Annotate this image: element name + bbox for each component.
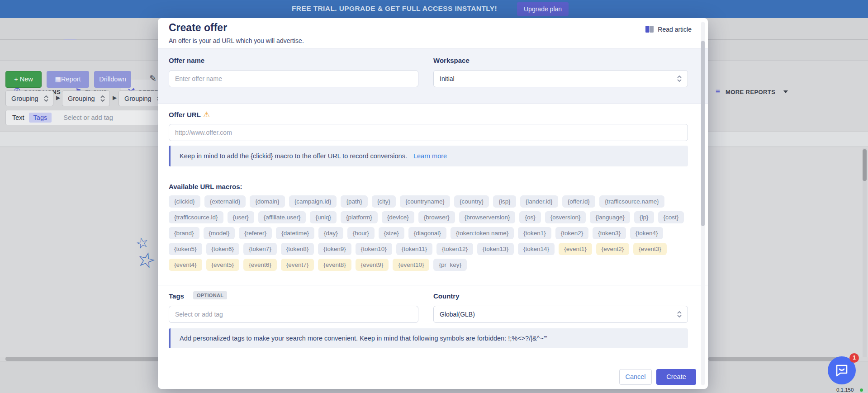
macro-chip[interactable]: {token11} [396, 243, 432, 255]
macro-chip[interactable]: {day} [318, 227, 343, 239]
horizontal-scrollbar[interactable] [708, 357, 837, 361]
section-divider [158, 285, 708, 285]
modal-title: Create offer [169, 22, 227, 34]
tab-more-reports[interactable]: MORE REPORTS [726, 89, 775, 95]
workspace-select[interactable]: Initial [433, 70, 688, 87]
macro-chip[interactable]: {token13} [477, 243, 514, 255]
macro-chip[interactable]: {trafficsource.name} [599, 195, 664, 208]
create-offer-modal: Create offer An offer is your ad URL whi… [158, 18, 708, 389]
macro-chip[interactable]: {domain} [250, 195, 285, 208]
macro-chip[interactable]: {diagonal} [408, 227, 446, 239]
tags-note-alert: Add personalized tags to make your searc… [169, 328, 688, 348]
macro-chip[interactable]: {event4} [169, 259, 202, 271]
macro-chip[interactable]: {token4} [630, 227, 664, 239]
offer-url-input[interactable]: http://www.offer.com [169, 124, 688, 141]
macro-chip[interactable]: {event9} [356, 259, 389, 271]
macro-chip[interactable]: {trafficsource.id} [169, 211, 223, 223]
read-article-link[interactable]: Read article [645, 25, 692, 33]
offer-name-input[interactable]: Enter offer name [169, 70, 418, 87]
country-select[interactable]: Global(GLB) [433, 306, 688, 323]
edit-pencil-icon[interactable]: ✎ [149, 73, 157, 84]
grouping-separator-icon: ▶ [113, 95, 117, 101]
filter-mode-tags[interactable]: Tags [29, 113, 52, 123]
macro-chip[interactable]: {pr_key} [433, 259, 467, 271]
optional-badge: OPTIONAL [193, 291, 227, 299]
upgrade-plan-button[interactable]: Upgrade plan [517, 2, 569, 16]
macro-chip[interactable]: {model} [204, 227, 235, 239]
macro-chip[interactable]: {campaign.id} [289, 195, 337, 208]
grouping-separator-icon: ▶ [56, 95, 60, 101]
macro-chip[interactable]: {hour} [347, 227, 375, 239]
macro-chip[interactable]: {uniq} [310, 211, 337, 223]
macro-chip[interactable]: {cost} [658, 211, 684, 223]
macro-chip[interactable]: {token7} [243, 243, 277, 255]
trial-banner: FREE TRIAL. UPGRADE & GET FULL ACCESS IN… [0, 0, 868, 18]
macro-chip[interactable]: {user} [228, 211, 254, 223]
macro-chip[interactable]: {lander.id} [520, 195, 558, 208]
grouping-select-1[interactable]: Grouping [5, 90, 53, 106]
macro-chip[interactable]: {datetime} [276, 227, 314, 239]
macro-chip[interactable]: {event10} [393, 259, 429, 271]
macro-chip[interactable]: {event5} [206, 259, 240, 271]
tag-filter-input[interactable]: Select or add tag [63, 114, 113, 121]
macro-chip[interactable]: {token14} [518, 243, 555, 255]
macro-chip[interactable]: {token12} [436, 243, 473, 255]
macro-chip[interactable]: {event3} [633, 243, 667, 255]
select-chevrons-icon [677, 75, 682, 82]
macro-chip[interactable]: {token:token name} [451, 227, 514, 239]
macro-chip[interactable]: {referer} [239, 227, 272, 239]
macro-chip[interactable]: {brand} [169, 227, 199, 239]
macro-chip[interactable]: {city} [372, 195, 396, 208]
macro-chip[interactable]: {affiliate.user} [258, 211, 306, 223]
offer-url-label: Offer URL [169, 111, 201, 118]
macro-chip[interactable]: {event7} [281, 259, 314, 271]
macro-chip[interactable]: {token6} [206, 243, 240, 255]
macro-chip[interactable]: {offer.id} [562, 195, 595, 208]
macro-chip[interactable]: {size} [379, 227, 404, 239]
learn-more-link[interactable]: Learn more [413, 152, 447, 160]
grouping-select-2[interactable]: Grouping [62, 90, 110, 106]
clickid-note-alert: Keep in mind to add the {clickid} macro … [169, 146, 688, 166]
vertical-scrollbar-thumb[interactable] [863, 149, 867, 181]
macro-chip[interactable]: {country} [454, 195, 489, 208]
modal-subtitle: An offer is your ad URL which you will a… [169, 37, 304, 44]
macro-chip[interactable]: {token2} [555, 227, 589, 239]
macro-chip[interactable]: {osversion} [545, 211, 586, 223]
macro-chip[interactable]: {token5} [169, 243, 202, 255]
macro-chip[interactable]: {countryname} [400, 195, 450, 208]
macro-chip[interactable]: {token1} [518, 227, 551, 239]
macro-chip[interactable]: {path} [341, 195, 367, 208]
book-icon [645, 25, 654, 33]
drilldown-button[interactable]: Drilldown [94, 71, 131, 88]
macro-chip-list: {clickid}{externalid}{domain}{campaign.i… [169, 195, 689, 271]
country-label: Country [433, 292, 460, 300]
new-button[interactable]: + New [5, 71, 42, 88]
macro-chip[interactable]: {event1} [559, 243, 592, 255]
create-offer-button[interactable]: Create offer [656, 369, 696, 385]
macro-chip[interactable]: {isp} [493, 195, 516, 208]
cancel-button[interactable]: Cancel [619, 369, 652, 385]
tags-input[interactable]: Select or add tag [169, 306, 418, 323]
macro-chip[interactable]: {event2} [596, 243, 630, 255]
macro-chip[interactable]: {ip} [634, 211, 654, 223]
macro-chip[interactable]: {language} [590, 211, 630, 223]
trial-banner-text: FREE TRIAL. UPGRADE & GET FULL ACCESS IN… [292, 5, 497, 13]
name-workspace-section: Offer name Enter offer name Workspace In… [158, 48, 708, 104]
macro-chip[interactable]: {token8} [281, 243, 314, 255]
modal-scrollbar-thumb[interactable] [701, 41, 705, 226]
macro-chip[interactable]: {token10} [356, 243, 392, 255]
report-button[interactable]: ▦Report [47, 71, 89, 88]
macro-chip[interactable]: {browser} [418, 211, 455, 223]
macro-chip[interactable]: {event6} [243, 259, 277, 271]
tags-label: Tags [169, 292, 184, 300]
macro-chip[interactable]: {platform} [341, 211, 378, 223]
macro-chip[interactable]: {token9} [318, 243, 351, 255]
macro-chip[interactable]: {os} [519, 211, 541, 223]
macro-chip[interactable]: {clickid} [169, 195, 200, 208]
macro-chip[interactable]: {device} [382, 211, 414, 223]
macro-chip[interactable]: {browserversion} [459, 211, 516, 223]
macro-chip[interactable]: {token3} [593, 227, 626, 239]
macro-chip[interactable]: {externalid} [204, 195, 246, 208]
filter-mode-text[interactable]: Text [12, 114, 24, 121]
macro-chip[interactable]: {event8} [318, 259, 351, 271]
